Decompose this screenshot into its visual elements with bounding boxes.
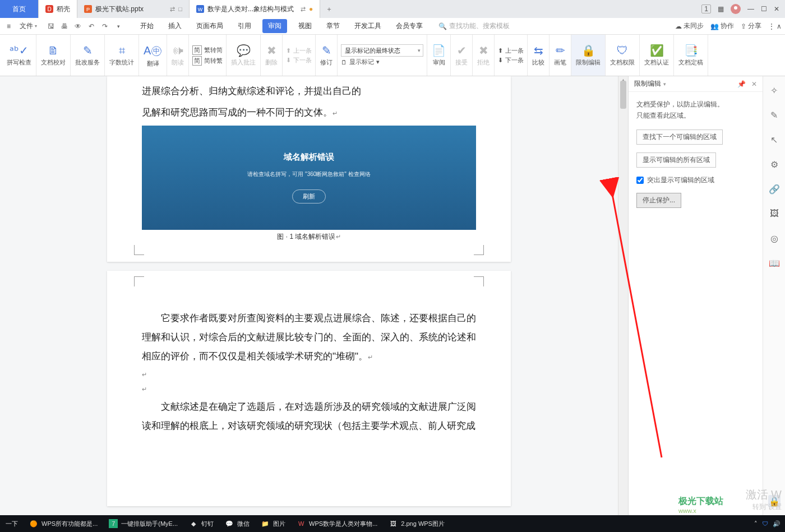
tab-pptx[interactable]: P 极光下载站.pptx ⇄ □ [77, 0, 190, 18]
insert-comment-button[interactable]: 💬插入批注 [227, 35, 261, 76]
tray-sound-icon[interactable]: 🔊 [773, 520, 781, 528]
delete-comment-button[interactable]: ✖删除 [261, 35, 283, 76]
task-start[interactable]: 一下 [0, 515, 24, 532]
tab-references[interactable]: 引用 [234, 19, 255, 33]
task-wps-image[interactable]: 🖼2.png WPS图片 [383, 515, 450, 532]
correction-service-button[interactable]: ✎批改服务 [71, 35, 105, 76]
stop-protection-button[interactable]: 停止保护... [636, 193, 681, 208]
minimize-button[interactable]: — [747, 5, 754, 13]
show-all-regions-button[interactable]: 显示可编辑的所有区域 [636, 152, 716, 168]
image-tool-icon[interactable]: 🖼 [768, 207, 781, 220]
task-wps-doc[interactable]: WWPS数学是人类对事物... [291, 515, 383, 532]
tray-shield-icon[interactable]: 🛡 [762, 520, 768, 527]
book-tool-icon[interactable]: 📖 [768, 257, 781, 269]
pen-button[interactable]: ✏画笔 [550, 35, 571, 76]
paragraph: 它要求作者既要对所查阅资料的主要观点进展综合、陈述，还要根据自己的理解和认识，对… [142, 309, 476, 366]
tab-close-icon[interactable]: □ [178, 6, 182, 12]
next-comment[interactable]: ⬇ 下一条 [286, 56, 312, 64]
panel-title[interactable]: 限制编辑▾ [634, 79, 666, 89]
task-dingtalk[interactable]: ◆钉钉 [183, 515, 219, 532]
wordcount-button[interactable]: ⌗字数统计 [105, 35, 139, 76]
tab-home[interactable]: 首页 [0, 0, 39, 18]
translate-button[interactable]: A㊥翻译 [139, 35, 167, 76]
figure-title: 域名解析错误 [284, 152, 334, 163]
tab-insert[interactable]: 插入 [165, 19, 185, 33]
qat-print-icon[interactable]: 🖶 [59, 21, 70, 31]
qat-save-icon[interactable]: 🖫 [46, 21, 56, 31]
task-layout-helper[interactable]: 7一键排版助手(MyE... [103, 515, 183, 532]
tray-up-icon[interactable]: ˄ [754, 520, 758, 528]
tab-layout[interactable]: 页面布局 [193, 19, 227, 33]
share-button[interactable]: ⇪分享 [741, 21, 761, 31]
doc-finalize-button[interactable]: 📑文档定稿 [674, 35, 708, 76]
file-menu[interactable]: 文件▾ [16, 20, 40, 32]
close-button[interactable]: ✕ [774, 5, 779, 13]
tab-active-doc[interactable]: W 数学是人类对...象结构与模式 ⇄ ● [190, 0, 320, 18]
cert-icon: ✅ [650, 44, 664, 57]
display-state-select[interactable]: 显示标记的最终状态 [341, 44, 423, 57]
checkbox-input[interactable] [636, 177, 644, 184]
tab-docer[interactable]: D 稻壳 [39, 0, 77, 18]
tab-view[interactable]: 视图 [295, 19, 315, 33]
accept-button[interactable]: ✔接受 [451, 35, 473, 76]
prev-comment[interactable]: ⬆ 上一条 [286, 47, 312, 55]
qat-redo-icon[interactable]: ↷ [100, 21, 110, 31]
search-input[interactable]: 🔍 查找功能、搜索模板 [438, 21, 510, 31]
tab-devtools[interactable]: 开发工具 [351, 19, 385, 33]
maximize-button[interactable]: ☐ [761, 5, 767, 13]
qat-dropdown-icon[interactable]: ▾ [113, 21, 123, 31]
doc-permission-button[interactable]: 🛡文档权限 [606, 35, 640, 76]
reject-button[interactable]: ✖拒绝 [473, 35, 495, 76]
counter-badge[interactable]: 1 [701, 4, 711, 13]
pin-icon[interactable]: 📌 [737, 80, 746, 88]
doc-cert-button[interactable]: ✅文档认证 [640, 35, 674, 76]
simp-to-trad[interactable]: 简繁转简 [192, 45, 223, 55]
restrict-edit-button[interactable]: 🔒限制编辑 [571, 35, 606, 76]
find-next-region-button[interactable]: 查找下一个可编辑的区域 [636, 129, 723, 145]
pencil-tool-icon[interactable]: ✎ [768, 109, 781, 121]
show-marks[interactable]: 🗒 显示标记 ▾ [341, 58, 423, 66]
link-tool-icon[interactable]: 🔗 [768, 183, 781, 195]
coop-button[interactable]: 👥协作 [710, 21, 734, 31]
tab-sync-icon[interactable]: ⇄ [301, 6, 306, 13]
next-change[interactable]: ⬇ 下一条 [498, 56, 524, 64]
task-browser[interactable]: 🟠WPS所有功能都是... [24, 515, 103, 532]
more-menu[interactable]: ⋮ ∧ [768, 22, 782, 30]
qat-undo-icon[interactable]: ↶ [86, 21, 96, 31]
compare-icon: ⇆ [534, 44, 543, 57]
vertical-scrollbar[interactable]: ▲ [618, 76, 628, 515]
new-tab-button[interactable]: ＋ [320, 4, 338, 14]
avatar-icon[interactable] [731, 4, 741, 14]
tab-start[interactable]: 开始 [137, 19, 157, 33]
highlight-regions-checkbox[interactable]: 突出显示可编辑的区域 [636, 175, 755, 185]
settings-tool-icon[interactable]: ⚙ [768, 158, 781, 170]
spellcheck-button[interactable]: ᵃᵇ✓拼写检查 [2, 35, 36, 76]
simp-icon: 简 [192, 45, 202, 55]
trad-to-simp[interactable]: 简简转繁 [192, 56, 223, 66]
select-tool-icon[interactable]: ✧ [768, 84, 781, 96]
compare-button[interactable]: ⇆比较 [528, 35, 550, 76]
tab-member[interactable]: 会员专享 [392, 19, 426, 33]
tab-sync-icon[interactable]: ⇄ [170, 6, 175, 13]
cursor-tool-icon[interactable]: ↖ [768, 133, 781, 146]
review-pane-button[interactable]: 📄审阅 [427, 35, 451, 76]
qat-preview-icon[interactable]: 👁 [73, 21, 83, 31]
task-pictures[interactable]: 📁图片 [255, 515, 291, 532]
tab-chapter[interactable]: 章节 [323, 19, 343, 33]
track-changes-button[interactable]: ✎修订 [316, 35, 338, 76]
tab-review[interactable]: 审阅 [262, 19, 287, 33]
readaloud-button[interactable]: 🕪朗读 [167, 35, 189, 76]
task-wechat[interactable]: 💬微信 [219, 515, 255, 532]
lock-tool-icon[interactable]: 🔒 [768, 495, 781, 507]
proof-button[interactable]: 🗎文档校对 [36, 35, 71, 76]
target-tool-icon[interactable]: ◎ [768, 232, 781, 244]
hamburger-menu[interactable]: ≡ [3, 21, 14, 31]
scrollbar-thumb[interactable] [620, 81, 626, 109]
system-tray[interactable]: ˄ 🛡 🔊 [750, 520, 785, 528]
sync-button[interactable]: ☁未同步 [675, 21, 704, 31]
prev-change[interactable]: ⬆ 上一条 [498, 47, 524, 55]
close-panel-icon[interactable]: ✕ [751, 80, 757, 88]
document-canvas[interactable]: 进展综合分析、归纳文献综述和评论，并提出自己的 见解和研究思路而写成的一种不同于… [0, 76, 618, 515]
main-area: 进展综合分析、归纳文献综述和评论，并提出自己的 见解和研究思路而写成的一种不同于… [0, 76, 785, 515]
apps-icon[interactable]: ▦ [718, 5, 724, 13]
